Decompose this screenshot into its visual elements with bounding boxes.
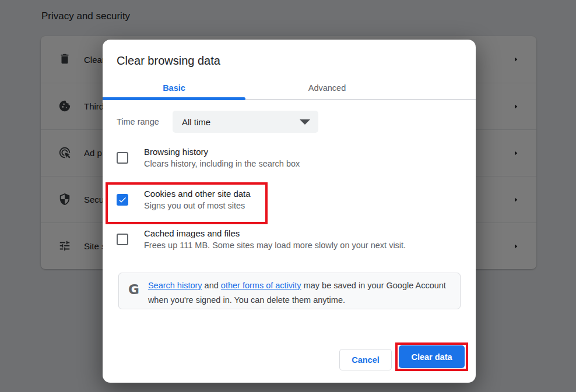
browsing-history-checkbox[interactable] [117,152,128,164]
time-range-label: Time range [117,117,173,126]
option-browsing-history[interactable]: Browsing history Clears history, includi… [117,146,300,170]
dialog-tabs: Basic Advanced [103,77,476,100]
time-range-value: All time [182,117,210,127]
notice-text: and [202,281,221,290]
clear-browsing-data-dialog: Clear browsing data Basic Advanced Time … [103,40,476,383]
option-cookies[interactable]: Cookies and other site data Signs you ou… [117,188,251,212]
option-subtitle: Signs you out of most sites [144,200,251,212]
option-title: Browsing history [144,146,300,158]
dialog-title: Clear browsing data [117,54,220,68]
clear-data-button[interactable]: Clear data [399,345,465,368]
option-cached-images[interactable]: Cached images and files Frees up 111 MB.… [117,227,406,252]
other-forms-of-activity-link[interactable]: other forms of activity [221,281,301,290]
option-title: Cached images and files [144,227,406,239]
checkmark-icon [118,195,127,204]
active-tab-indicator [103,97,245,100]
cached-images-checkbox[interactable] [117,234,128,245]
option-title: Cookies and other site data [144,188,251,200]
google-g-icon: G [128,281,139,298]
google-account-notice: G Search history and other forms of acti… [118,273,461,309]
dropdown-caret-icon [300,119,310,125]
tab-advanced[interactable]: Advanced [245,77,409,99]
option-subtitle: Clears history, including in the search … [144,158,300,170]
time-range-row: Time range All time [117,111,318,133]
tab-basic[interactable]: Basic [103,77,245,99]
search-history-link[interactable]: Search history [148,281,202,290]
cancel-button[interactable]: Cancel [339,349,392,370]
option-subtitle: Frees up 111 MB. Some sites may load mor… [144,239,406,252]
time-range-select[interactable]: All time [173,111,318,133]
cookies-checkbox[interactable] [117,194,128,206]
